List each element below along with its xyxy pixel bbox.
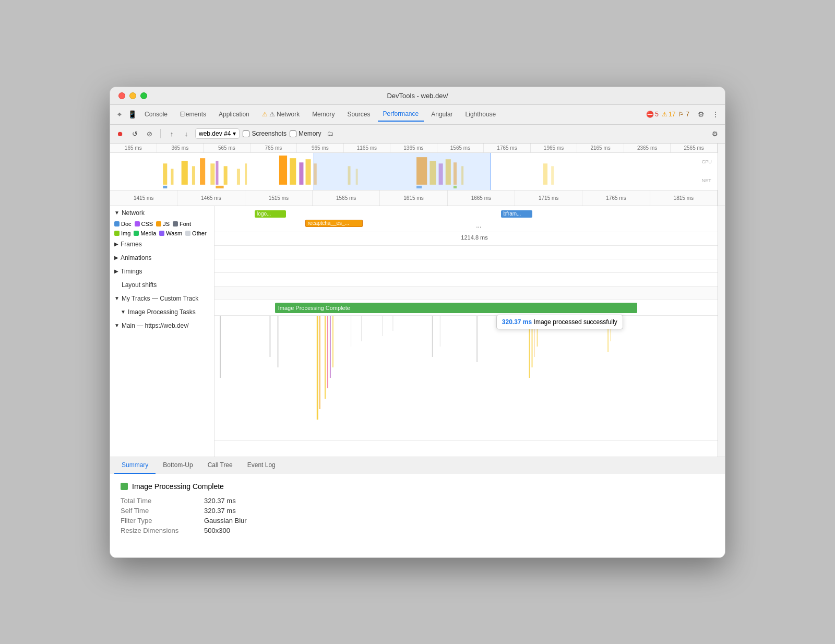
maximize-button[interactable] (140, 92, 147, 99)
tab-summary[interactable]: Summary (114, 457, 156, 474)
devtools-device-icon[interactable]: 📱 (127, 109, 137, 120)
timings-label: Timings (121, 268, 142, 275)
custom-track-expand-arrow: ▼ (114, 295, 120, 301)
image-processing-section[interactable]: ▼ Image Processing Tasks (110, 305, 214, 319)
bottom-tabs: Summary Bottom-Up Call Tree Event Log (110, 457, 725, 474)
legend-js: JS (156, 221, 170, 227)
custom-track-section[interactable]: ▼ My Tracks — Custom Track (110, 292, 214, 305)
net-item-logo[interactable]: logo... (255, 210, 286, 218)
self-time-label: Self Time (121, 507, 204, 515)
devtools-inspect-icon[interactable]: ⌖ (114, 109, 125, 120)
summary-title: Image Processing Complete (121, 482, 714, 491)
screenshots-checkbox[interactable]: Screenshots (243, 130, 287, 137)
legend-other: Other (185, 230, 207, 236)
download-button[interactable]: ↓ (181, 128, 192, 139)
btick-1: 1465 ms (177, 190, 245, 206)
memory-checkbox[interactable]: Memory (290, 130, 321, 137)
svg-rect-45 (432, 316, 433, 357)
close-button[interactable] (118, 92, 125, 99)
tab-call-tree[interactable]: Call Tree (200, 457, 240, 474)
timings-row (214, 259, 718, 273)
top-time-ruler: 165 ms 365 ms 565 ms 765 ms 965 ms 1165 … (110, 144, 718, 153)
tick-6: 1365 ms (390, 144, 437, 152)
btick-2: 1515 ms (245, 190, 313, 206)
btick-8: 1815 ms (650, 190, 718, 206)
upload-button[interactable]: ↑ (166, 128, 177, 139)
image-processing-expand-arrow: ▼ (121, 309, 126, 315)
tab-elements[interactable]: Elements (175, 108, 211, 121)
tab-event-log[interactable]: Event Log (240, 457, 283, 474)
tab-console[interactable]: Console (139, 108, 173, 121)
layout-shifts-row (214, 273, 718, 287)
selection-overlay[interactable] (314, 153, 491, 190)
resize-dimensions-value: 500x300 (204, 527, 230, 534)
layout-shifts-label: Layout shifts (114, 281, 157, 289)
main-section[interactable]: ▼ Main — https://web.dev/ (110, 319, 214, 332)
tick-1: 365 ms (157, 144, 204, 152)
tab-performance[interactable]: Performance (378, 107, 424, 122)
tick-2: 565 ms (204, 144, 250, 152)
net-item-recaptcha[interactable]: recaptcha__es_... (305, 220, 363, 227)
clear-button[interactable]: ⊘ (144, 128, 155, 139)
minimize-button[interactable] (129, 92, 136, 99)
font-label: Font (180, 221, 191, 227)
overview-scrollbar[interactable] (718, 144, 725, 206)
window-title: DevTools - web.dev/ (387, 92, 448, 100)
toolbar: ⏺ ↺ ⊘ ↑ ↓ web.dev #4 ▾ Screenshots Memor… (110, 125, 725, 144)
animations-section[interactable]: ▶ Animations (110, 251, 214, 265)
frames-section[interactable]: ▶ Frames (110, 237, 214, 251)
refresh-button[interactable]: ↺ (129, 128, 140, 139)
tab-application[interactable]: Application (213, 108, 255, 121)
tab-sources[interactable]: Sources (342, 108, 375, 121)
svg-rect-33 (269, 316, 270, 357)
tab-network[interactable]: ⚠ ⚠ Network (257, 108, 305, 121)
svg-rect-40 (332, 316, 333, 368)
svg-rect-38 (327, 316, 328, 389)
other-label: Other (192, 230, 207, 236)
svg-rect-1 (163, 163, 167, 185)
tick-4: 965 ms (297, 144, 344, 152)
css-color (135, 221, 140, 226)
session-select[interactable]: web.dev #4 ▾ (195, 128, 240, 139)
legend-doc: Doc (114, 221, 132, 227)
timings-section[interactable]: ▶ Timings (110, 265, 214, 278)
doc-label: Doc (121, 221, 132, 227)
font-color (173, 221, 178, 226)
svg-rect-43 (382, 316, 383, 337)
tab-angular[interactable]: Angular (426, 108, 458, 121)
tooltip-message: Image processed successfully (534, 318, 617, 326)
image-processing-bar[interactable]: Image Processing Complete (275, 303, 637, 313)
more-icon[interactable]: ⋮ (710, 109, 721, 120)
filter-type-label: Filter Type (121, 517, 204, 524)
screenshots-check-input[interactable] (243, 130, 249, 137)
custom-track-row (214, 287, 718, 300)
legend-img: Img (114, 230, 130, 236)
record-button[interactable]: ⏺ (114, 128, 126, 139)
bottom-time-ruler: 1415 ms 1465 ms 1515 ms 1565 ms 1615 ms … (110, 190, 718, 206)
left-panel: ▼ Network Doc CSS JS Fon (110, 206, 214, 457)
frames-time-label: 1214.8 ms (461, 234, 487, 241)
net-item-bframe[interactable]: bfram... (501, 210, 532, 218)
memory-icon[interactable]: 🗂 (324, 128, 336, 139)
svg-rect-36 (319, 316, 320, 410)
main-scrollbar[interactable] (718, 206, 725, 457)
self-time-value: 320.37 ms (204, 507, 236, 515)
svg-rect-42 (361, 316, 362, 342)
memory-check-input[interactable] (290, 130, 296, 137)
btick-4: 1615 ms (380, 190, 447, 206)
tab-bottom-up[interactable]: Bottom-Up (156, 457, 200, 474)
layout-shifts-section[interactable]: Layout shifts (110, 278, 214, 292)
settings-gear-icon[interactable]: ⚙ (709, 128, 721, 139)
tab-memory[interactable]: Memory (307, 108, 340, 121)
main-label: Main — https://web.dev/ (122, 322, 189, 329)
svg-rect-6 (210, 163, 214, 185)
tab-lighthouse[interactable]: Lighthouse (460, 108, 502, 121)
network-section-header[interactable]: ▼ Network (110, 206, 214, 220)
main-content: ▼ Network Doc CSS JS Fon (110, 206, 725, 457)
custom-track-label: My Tracks — Custom Track (122, 295, 198, 302)
timeline-content: logo... recaptcha__es_... bfram... ... 1… (214, 206, 718, 457)
cpu-chart: CPU NET (110, 153, 718, 190)
network-label: Network (122, 209, 145, 217)
summary-self-time: Self Time 320.37 ms (121, 507, 714, 515)
settings-icon[interactable]: ⚙ (696, 109, 706, 120)
